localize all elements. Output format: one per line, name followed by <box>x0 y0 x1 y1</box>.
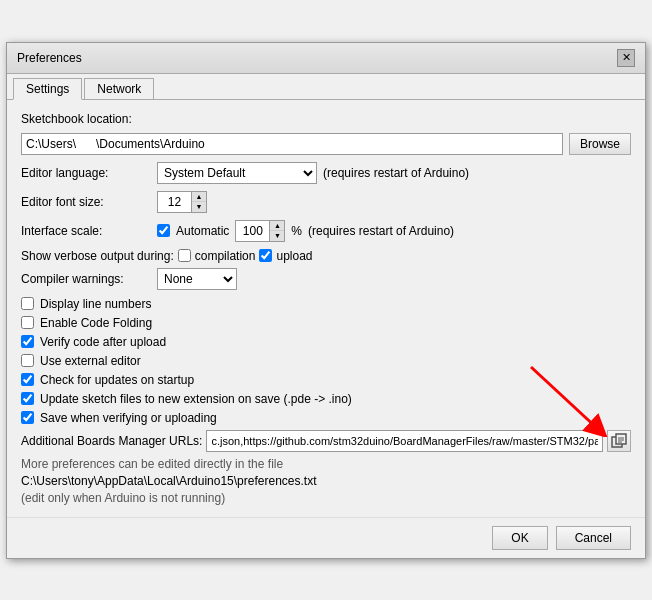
urls-input[interactable] <box>206 430 603 452</box>
verbose-label: Show verbose output during: <box>21 249 174 263</box>
external-editor-label: Use external editor <box>40 354 141 368</box>
update-sketch-label: Update sketch files to new extension on … <box>40 392 352 406</box>
compiler-warnings-row: Compiler warnings: None <box>21 268 631 290</box>
interface-scale-auto-label: Automatic <box>176 224 229 238</box>
checkbox-row-4: Check for updates on startup <box>21 373 631 387</box>
edit-note: (edit only when Arduino is not running) <box>21 491 631 505</box>
open-window-icon <box>611 433 627 449</box>
cancel-button[interactable]: Cancel <box>556 526 631 550</box>
verbose-upload-label: upload <box>276 249 312 263</box>
editor-language-row: Editor language: System Default (require… <box>21 162 631 184</box>
interface-scale-row: Interface scale: Automatic ▲ ▼ % (requir… <box>21 220 631 242</box>
sketchbook-input-row: Browse <box>21 133 631 155</box>
scale-down-button[interactable]: ▼ <box>270 231 284 241</box>
dialog-footer: OK Cancel <box>7 517 645 558</box>
verbose-compilation-label: compilation <box>195 249 256 263</box>
tab-settings[interactable]: Settings <box>13 78 82 100</box>
update-sketch-checkbox[interactable] <box>21 392 34 405</box>
sketchbook-input[interactable] <box>21 133 563 155</box>
urls-section: Additional Boards Manager URLs: <box>21 430 631 452</box>
compiler-warnings-select[interactable]: None <box>157 268 237 290</box>
verbose-upload-checkbox[interactable] <box>259 249 272 262</box>
editor-font-spinner: ▲ ▼ <box>157 191 207 213</box>
checkbox-row-5: Update sketch files to new extension on … <box>21 392 631 406</box>
compiler-warnings-label: Compiler warnings: <box>21 272 151 286</box>
interface-scale-auto-checkbox[interactable] <box>157 224 170 237</box>
display-line-numbers-label: Display line numbers <box>40 297 151 311</box>
checkbox-row-6: Save when verifying or uploading <box>21 411 631 425</box>
sketchbook-label: Sketchbook location: <box>21 112 132 126</box>
urls-row: Additional Boards Manager URLs: <box>21 430 631 452</box>
display-line-numbers-checkbox[interactable] <box>21 297 34 310</box>
enable-code-folding-checkbox[interactable] <box>21 316 34 329</box>
prefs-file-path: C:\Users\tony\AppData\Local\Arduino15\pr… <box>21 474 631 488</box>
check-updates-checkbox[interactable] <box>21 373 34 386</box>
ok-button[interactable]: OK <box>492 526 547 550</box>
title-bar: Preferences ✕ <box>7 43 645 74</box>
check-updates-label: Check for updates on startup <box>40 373 194 387</box>
font-size-down-button[interactable]: ▼ <box>192 202 206 212</box>
tab-bar: Settings Network <box>7 74 645 100</box>
verbose-compilation-checkbox[interactable] <box>178 249 191 262</box>
editor-font-row: Editor font size: ▲ ▼ <box>21 191 631 213</box>
checkbox-row-3: Use external editor <box>21 354 631 368</box>
scale-up-button[interactable]: ▲ <box>270 221 284 231</box>
scale-spinner-arrows: ▲ ▼ <box>269 220 285 242</box>
enable-code-folding-label: Enable Code Folding <box>40 316 152 330</box>
save-when-verify-label: Save when verifying or uploading <box>40 411 217 425</box>
checkbox-row-1: Enable Code Folding <box>21 316 631 330</box>
font-spinner-arrows: ▲ ▼ <box>191 191 207 213</box>
close-button[interactable]: ✕ <box>617 49 635 67</box>
interface-scale-label: Interface scale: <box>21 224 151 238</box>
editor-language-label: Editor language: <box>21 166 151 180</box>
url-open-button[interactable] <box>607 430 631 452</box>
verify-code-checkbox[interactable] <box>21 335 34 348</box>
interface-scale-note: (requires restart of Arduino) <box>308 224 454 238</box>
external-editor-checkbox[interactable] <box>21 354 34 367</box>
urls-label: Additional Boards Manager URLs: <box>21 434 202 448</box>
save-when-verify-checkbox[interactable] <box>21 411 34 424</box>
preferences-dialog: Preferences ✕ Settings Network Sketchboo… <box>6 42 646 559</box>
editor-font-input[interactable] <box>157 191 191 213</box>
verify-code-label: Verify code after upload <box>40 335 166 349</box>
editor-language-select[interactable]: System Default <box>157 162 317 184</box>
browse-button[interactable]: Browse <box>569 133 631 155</box>
checkbox-row-0: Display line numbers <box>21 297 631 311</box>
dialog-title: Preferences <box>17 51 82 65</box>
editor-font-label: Editor font size: <box>21 195 151 209</box>
checkboxes-section: Display line numbers Enable Code Folding… <box>21 297 631 425</box>
settings-content: Sketchbook location: Browse Editor langu… <box>7 100 645 517</box>
tab-network[interactable]: Network <box>84 78 154 99</box>
sketchbook-row: Sketchbook location: <box>21 112 631 126</box>
interface-scale-pct: % <box>291 224 302 238</box>
font-size-up-button[interactable]: ▲ <box>192 192 206 202</box>
editor-language-note: (requires restart of Arduino) <box>323 166 469 180</box>
checkbox-row-2: Verify code after upload <box>21 335 631 349</box>
verbose-row: Show verbose output during: compilation … <box>21 249 631 263</box>
more-prefs-text: More preferences can be edited directly … <box>21 457 631 471</box>
interface-scale-input[interactable] <box>235 220 269 242</box>
interface-scale-spinner: ▲ ▼ <box>235 220 285 242</box>
